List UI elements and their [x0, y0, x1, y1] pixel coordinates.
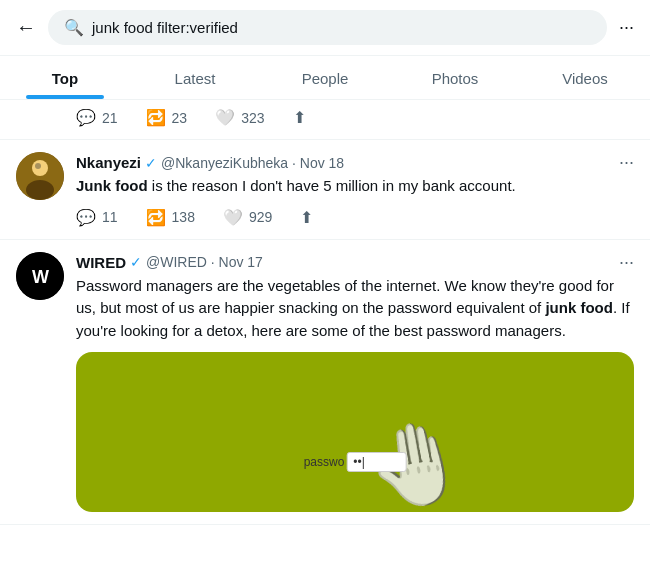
tweet-user-info: Nkanyezi ✓ @NkanyeziKubheka · Nov 18: [76, 154, 344, 171]
reply-count: 21: [102, 110, 118, 126]
like-icon: 🤍: [223, 208, 243, 227]
tweet-content-nkanyezi: Junk food is the reason I don't have 5 m…: [76, 175, 634, 198]
search-bar[interactable]: 🔍 junk food filter:verified: [48, 10, 607, 45]
avatar-image: [16, 152, 64, 200]
retweet-count-nkanyezi: 138: [172, 209, 195, 225]
display-name-wired: WIRED: [76, 254, 126, 271]
tweet-actions-nkanyezi: 💬 11 🔁 138 🤍 929 ⬆: [76, 208, 634, 227]
svg-point-3: [35, 163, 41, 169]
password-label-text: passwo: [304, 455, 345, 469]
svg-text:W: W: [32, 267, 49, 287]
handle-date-wired: @WIRED · Nov 17: [146, 254, 263, 270]
tweet-nkanyezi-header: Nkanyezi ✓ @NkanyeziKubheka · Nov 18 ···: [76, 152, 634, 173]
content-text-wired-1: Password managers are the vegetables of …: [76, 277, 614, 317]
retweet-action-nkanyezi[interactable]: 🔁 138: [146, 208, 195, 227]
tweet-wired-body: WIRED ✓ @WIRED · Nov 17 ··· Password man…: [76, 252, 634, 513]
tabs-bar: Top Latest People Photos Videos: [0, 56, 650, 100]
tweet-wired: W WIRED ✓ @WIRED · Nov 17 ··· Password m…: [0, 240, 650, 526]
tweet-wired-header: WIRED ✓ @WIRED · Nov 17 ···: [76, 252, 634, 273]
tweet-content-wired: Password managers are the vegetables of …: [76, 275, 634, 343]
verified-badge-nkanyezi: ✓: [145, 155, 157, 171]
partial-tweet-stats: 💬 21 🔁 23 🤍 323 ⬆: [0, 100, 650, 140]
reply-count-nkanyezi: 11: [102, 209, 118, 225]
back-button[interactable]: ←: [16, 16, 36, 39]
header: ← 🔍 junk food filter:verified ···: [0, 0, 650, 56]
reply-icon: 💬: [76, 208, 96, 227]
tweet-wired-user-info: WIRED ✓ @WIRED · Nov 17: [76, 254, 263, 271]
password-field-value: ••|: [346, 452, 406, 472]
tweet-nkanyezi-body: Nkanyezi ✓ @NkanyeziKubheka · Nov 18 ···…: [76, 152, 634, 227]
retweet-icon: 🔁: [146, 108, 166, 127]
tweet-more-wired[interactable]: ···: [619, 252, 634, 273]
search-icon: 🔍: [64, 18, 84, 37]
verified-badge-wired: ✓: [130, 254, 142, 270]
reply-action-nkanyezi[interactable]: 💬 11: [76, 208, 118, 227]
retweet-count: 23: [172, 110, 188, 126]
search-query-text: junk food filter:verified: [92, 19, 238, 36]
avatar-image-wired: W: [16, 252, 64, 300]
reply-icon: 💬: [76, 108, 96, 127]
display-name-nkanyezi: Nkanyezi: [76, 154, 141, 171]
avatar-nkanyezi[interactable]: [16, 152, 64, 200]
like-count-nkanyezi: 929: [249, 209, 272, 225]
password-mockup: passwo ••|: [304, 452, 407, 472]
share-action-nkanyezi[interactable]: ⬆: [300, 208, 313, 227]
content-bold-wired: junk food: [545, 299, 613, 316]
reply-action[interactable]: 💬 21: [76, 108, 118, 127]
retweet-icon: 🔁: [146, 208, 166, 227]
content-bold-1: Junk food: [76, 177, 148, 194]
handle-date-nkanyezi: @NkanyeziKubheka · Nov 18: [161, 155, 344, 171]
tab-people[interactable]: People: [260, 56, 390, 99]
tab-latest[interactable]: Latest: [130, 56, 260, 99]
more-options-button[interactable]: ···: [619, 17, 634, 38]
like-count: 323: [241, 110, 264, 126]
content-text-1: is the reason I don't have 5 million in …: [148, 177, 516, 194]
tab-videos[interactable]: Videos: [520, 56, 650, 99]
tab-photos[interactable]: Photos: [390, 56, 520, 99]
tweet-nkanyezi: Nkanyezi ✓ @NkanyeziKubheka · Nov 18 ···…: [0, 140, 650, 240]
like-action-nkanyezi[interactable]: 🤍 929: [223, 208, 272, 227]
tweet-more-nkanyezi[interactable]: ···: [619, 152, 634, 173]
share-action[interactable]: ⬆: [293, 108, 306, 127]
tab-top[interactable]: Top: [0, 56, 130, 99]
share-icon: ⬆: [300, 208, 313, 227]
avatar-wired[interactable]: W: [16, 252, 64, 300]
like-icon: 🤍: [215, 108, 235, 127]
like-action[interactable]: 🤍 323: [215, 108, 264, 127]
share-icon: ⬆: [293, 108, 306, 127]
tweet-image-wired[interactable]: passwo ••| 🤚: [76, 352, 634, 512]
retweet-action[interactable]: 🔁 23: [146, 108, 188, 127]
svg-point-2: [26, 180, 54, 200]
